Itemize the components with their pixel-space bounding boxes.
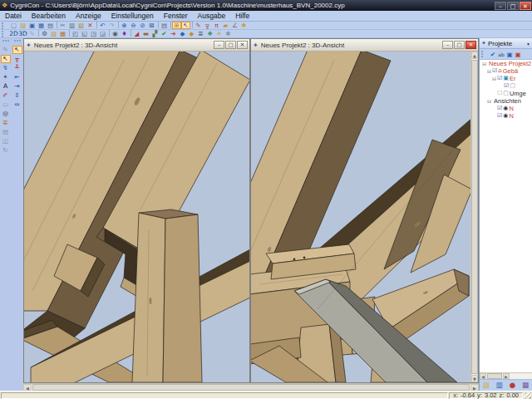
scroll-right-icon[interactable]: ▶ <box>503 373 510 379</box>
maximize-button[interactable]: □ <box>507 2 519 10</box>
child-minimize-button[interactable]: – <box>442 41 453 49</box>
layers-tool-button[interactable]: ▤ <box>1 128 11 136</box>
measure-free-button[interactable]: ⇔ <box>12 101 22 109</box>
resize-grip[interactable] <box>525 392 531 399</box>
projects-panel-header[interactable]: ✦ Projekte ▾ <box>480 38 532 49</box>
material-icon[interactable]: ● <box>508 382 517 389</box>
tree-expander[interactable]: ⊟ <box>481 60 487 67</box>
menu-bearbeiten[interactable]: Bearbeiten <box>27 11 71 21</box>
menu-ausgabe[interactable]: Ausgabe <box>193 11 231 21</box>
view-window-left-titlebar[interactable]: ✦ Neues Projekt2 : 3D-Ansicht – □ ✕ <box>24 39 249 52</box>
list-output-button[interactable]: ≣ <box>196 30 205 37</box>
grid-3d-button[interactable]: ▦ <box>58 30 67 37</box>
save-all-button[interactable]: ▦ <box>37 22 46 29</box>
beam-tool-2-button[interactable]: ╨ <box>12 64 22 72</box>
menu-einstellungen[interactable]: Einstellungen <box>106 11 159 21</box>
measure-x-button[interactable]: ⇤ <box>12 73 22 81</box>
window-cascade-button[interactable]: ◰ <box>71 30 80 37</box>
texture-icon[interactable]: ▦ <box>521 382 530 389</box>
view-window-right-titlebar[interactable]: ✦ Neues Projekt2 : 3D-Ansicht – □ ✕ <box>251 39 478 52</box>
minimize-button[interactable]: – <box>495 2 506 10</box>
tree-item[interactable]: ☑ ▢ <box>480 82 532 90</box>
delete-button[interactable]: ✕ <box>86 22 95 29</box>
tree-item[interactable]: ⊟ Neues Projekt2 <box>480 60 532 67</box>
scroll-left-icon[interactable]: ◀ <box>480 373 486 379</box>
edit-nodes-button[interactable]: ↯ <box>1 64 11 72</box>
text-tool-button[interactable]: A <box>1 82 11 91</box>
scrollbar-thumb[interactable] <box>487 373 502 379</box>
tree-checkbox[interactable]: ☑ <box>497 75 502 82</box>
red-layer-button[interactable]: ▣ <box>514 51 522 58</box>
main-title-bar[interactable]: ❖ CygniCon - C:\Users\Björn\AppData\Loca… <box>0 0 532 11</box>
refresh-tool-button[interactable]: ↻ <box>1 146 11 155</box>
stairs-tool-button[interactable]: ▞ <box>150 30 160 37</box>
child-close-button[interactable]: ✕ <box>237 41 248 49</box>
camera-button[interactable]: ◉ <box>111 30 120 37</box>
sketch-button[interactable]: ✎ <box>27 30 37 37</box>
open-folder-button[interactable]: ▨ <box>18 22 27 29</box>
walkthrough-button[interactable]: ♦ <box>120 30 129 37</box>
panel-menu-button[interactable]: ▾ <box>525 41 532 47</box>
tree-expander[interactable]: ⊟ <box>491 75 497 82</box>
cut-button[interactable]: ✂ <box>58 22 67 29</box>
tree-checkbox[interactable]: ☐ <box>497 90 502 97</box>
window-tile-v-button[interactable]: ◳ <box>89 30 98 37</box>
wall-tool-button[interactable]: ▬ <box>141 30 150 37</box>
menu-fenster[interactable]: Fenster <box>159 11 193 21</box>
copy-button[interactable]: ▥ <box>67 22 76 29</box>
menu-hilfe[interactable]: Hilfe <box>230 11 254 21</box>
insert-profile-button[interactable]: ╦ <box>203 22 212 29</box>
folder-icon[interactable]: ▨ <box>481 382 490 389</box>
raster-toggle-button[interactable]: ⊞ <box>172 22 181 29</box>
tree-expander[interactable]: ⊟ <box>486 97 492 105</box>
paste-button[interactable]: ▧ <box>76 22 86 29</box>
tree-checkbox[interactable]: ☑ <box>504 82 509 90</box>
roof-tool-button[interactable]: ◢ <box>132 30 141 37</box>
view-3d-button[interactable]: 3D <box>18 30 27 37</box>
insert-steel-button[interactable]: π <box>212 22 221 29</box>
close-button[interactable]: ✕ <box>520 2 531 10</box>
3d-viewport-right[interactable] <box>251 52 470 382</box>
new-file-button[interactable]: ▢ <box>9 22 18 29</box>
parts-list-icon[interactable]: ▥ <box>495 382 504 389</box>
child-maximize-button[interactable]: □ <box>454 41 465 49</box>
sun-button[interactable]: ☀ <box>214 30 224 37</box>
view-2d-button[interactable]: 2D <box>9 30 18 37</box>
list-tool-button[interactable]: ≣ <box>1 119 11 127</box>
paint-tool-button[interactable]: ✐ <box>1 91 11 100</box>
help-tool-button[interactable]: ✱ <box>224 30 233 37</box>
window-tile-h-button[interactable]: ◱ <box>80 30 89 37</box>
vertical-scrollbar[interactable]: ▲ ▼ <box>470 52 478 382</box>
measure-z-button[interactable]: ⇕ <box>12 91 22 100</box>
measure-button[interactable]: ∠ <box>230 22 239 29</box>
print-button[interactable]: ▤ <box>46 22 55 29</box>
tree-checkbox[interactable]: ☑ <box>492 67 497 75</box>
draw-beam-button[interactable]: ✎ <box>194 22 203 29</box>
undo-button[interactable]: ↶ <box>98 22 107 29</box>
texture-button[interactable]: ❖ <box>205 30 214 37</box>
search-tool-button[interactable]: ◎ <box>1 110 11 118</box>
tree-checkbox[interactable]: ☑ <box>497 112 502 120</box>
save-button[interactable]: ▣ <box>27 22 37 29</box>
scrollbar-thumb[interactable] <box>471 60 478 374</box>
check-model-button[interactable]: ✔ <box>160 30 169 37</box>
zoom-window-button[interactable]: ⊠ <box>147 22 156 29</box>
project-folder-button[interactable]: ▨ <box>49 30 58 37</box>
zoom-fit-button[interactable]: ⊘ <box>138 22 147 29</box>
tree-item[interactable]: ⊟ Ansichten <box>480 97 532 105</box>
child-minimize-button[interactable]: – <box>214 41 224 49</box>
child-close-button[interactable]: ✕ <box>466 41 476 49</box>
drill-tool-button[interactable]: ✦ <box>1 73 11 81</box>
component-orange-button[interactable]: ◆ <box>187 30 196 37</box>
tree-checkbox[interactable]: ☑ <box>497 105 502 112</box>
views-tool-button[interactable]: ◫ <box>1 137 11 145</box>
measure-y-button[interactable]: ⇥ <box>12 82 22 91</box>
component-blue-button[interactable]: ◆ <box>178 30 187 37</box>
apply-check-button[interactable]: ✔ <box>489 51 497 58</box>
select-mode-button[interactable]: ↖ <box>181 22 190 29</box>
tree-item[interactable]: ☐ ▢ Umge <box>480 90 532 97</box>
window-close-all-button[interactable]: ◲ <box>98 30 107 37</box>
project-settings-button[interactable]: ⚙ <box>40 30 49 37</box>
print-preview-button[interactable]: ▤ <box>160 22 169 29</box>
rename-button[interactable]: ab <box>497 51 505 58</box>
